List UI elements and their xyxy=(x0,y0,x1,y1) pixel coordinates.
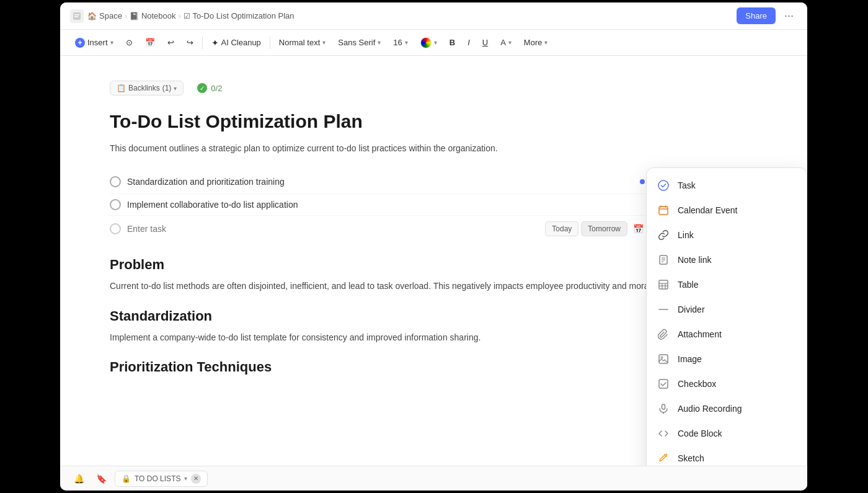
tomorrow-button[interactable]: Tomorrow xyxy=(581,221,627,236)
breadcrumb-notebook[interactable]: 📓 Notebook xyxy=(130,11,176,20)
menu-item-image[interactable]: Image xyxy=(647,347,807,371)
notelink-menu-icon xyxy=(657,253,670,267)
history-button[interactable]: ⊙ xyxy=(121,35,138,50)
menu-item-checkbox[interactable]: Checkbox xyxy=(647,371,807,396)
menu-item-calendar-event[interactable]: Calendar Event xyxy=(647,198,807,223)
menu-checkbox-label: Checkbox xyxy=(678,379,716,389)
menu-calendar-label: Calendar Event xyxy=(678,205,738,215)
highlight-button[interactable]: A ▾ xyxy=(495,35,516,50)
ai-cleanup-button[interactable]: ✦ AI Cleanup xyxy=(206,35,266,50)
menu-item-divider[interactable]: Divider xyxy=(647,297,807,322)
new-task-checkbox[interactable] xyxy=(110,223,121,234)
breadcrumb-space[interactable]: 🏠 Space xyxy=(87,11,122,20)
bold-button[interactable]: B xyxy=(445,35,460,50)
menu-image-label: Image xyxy=(678,354,702,364)
menu-item-note-link[interactable]: Note link xyxy=(647,247,807,272)
task-text-1: Standardization and prioritization train… xyxy=(127,177,634,187)
menu-code-block-label: Code Block xyxy=(678,429,722,438)
progress-button[interactable]: ✓ 0/2 xyxy=(191,81,228,95)
calendar-event-menu-icon xyxy=(657,203,670,217)
top-bar: 🏠 Space › 📓 Notebook › ☑ To-Do List Opti… xyxy=(60,2,807,30)
bell-bottom-icon[interactable]: 🔔 xyxy=(70,470,87,487)
menu-sketch-label: Sketch xyxy=(678,453,704,463)
todo-lock-icon: 🔒 xyxy=(122,474,131,483)
task-checkbox-2[interactable] xyxy=(110,199,121,210)
task-checkbox-1[interactable] xyxy=(110,176,121,187)
svg-rect-2 xyxy=(74,16,78,17)
menu-item-attachment[interactable]: Attachment xyxy=(647,322,807,347)
menu-item-audio-recording[interactable]: Audio Recording xyxy=(647,396,807,421)
top-bar-left: 🏠 Space › 📓 Notebook › ☑ To-Do List Opti… xyxy=(70,9,294,23)
audio-menu-icon xyxy=(657,402,670,415)
calendar-button[interactable]: 📅 xyxy=(140,35,160,50)
bookmark-bottom-icon[interactable]: 🔖 xyxy=(92,470,110,487)
divider-menu-icon xyxy=(657,303,670,316)
top-bar-right: Share ··· xyxy=(737,7,797,25)
breadcrumb: 🏠 Space › 📓 Notebook › ☑ To-Do List Opti… xyxy=(87,11,294,20)
blue-dot-icon xyxy=(640,179,645,184)
svg-rect-18 xyxy=(659,355,668,363)
menu-item-code-block[interactable]: Code Block xyxy=(647,421,807,446)
undo-button[interactable] xyxy=(162,35,179,50)
backlinks-button[interactable]: 📋 Backlinks (1) ▾ xyxy=(110,81,184,95)
svg-rect-4 xyxy=(659,207,668,215)
menu-item-sketch[interactable]: Sketch xyxy=(647,446,807,466)
menu-task-label: Task xyxy=(678,180,696,190)
backlinks-bar: 📋 Backlinks (1) ▾ ✓ 0/2 xyxy=(110,81,758,95)
color-circle-icon xyxy=(420,37,432,48)
check-circle-icon: ✓ xyxy=(197,83,207,93)
calendar-task-icon[interactable]: 📅 xyxy=(630,221,646,237)
font-size-button[interactable]: 16 ▾ xyxy=(388,35,412,50)
svg-rect-1 xyxy=(74,14,79,16)
more-toolbar-button[interactable]: More ▾ xyxy=(519,35,553,50)
insert-plus-icon: + xyxy=(75,38,85,48)
menu-item-link[interactable]: Link xyxy=(647,223,807,247)
menu-item-task[interactable]: Task xyxy=(647,173,807,198)
menu-divider-label: Divider xyxy=(678,304,705,314)
svg-rect-21 xyxy=(662,404,665,409)
toolbar-divider-2 xyxy=(270,37,270,49)
svg-point-19 xyxy=(661,357,663,358)
more-options-button[interactable]: ··· xyxy=(781,7,797,25)
app-icon xyxy=(70,9,84,23)
code-menu-icon xyxy=(657,427,670,440)
share-button[interactable]: Share xyxy=(737,7,776,24)
bottom-bar: 🔔 🔖 🔒 TO DO LISTS ▾ ✕ xyxy=(60,466,807,491)
sketch-menu-icon xyxy=(657,451,670,465)
new-task-input[interactable] xyxy=(127,224,539,234)
italic-button[interactable]: I xyxy=(463,35,475,50)
context-menu: Task Calendar Event Link N xyxy=(646,167,807,466)
page-description: This document outlines a strategic plan … xyxy=(110,141,758,155)
menu-item-table[interactable]: Table xyxy=(647,272,807,297)
svg-rect-20 xyxy=(659,380,668,388)
menu-notelink-label: Note link xyxy=(678,255,711,265)
menu-attachment-label: Attachment xyxy=(678,329,722,339)
color-button[interactable]: ▾ xyxy=(415,35,442,51)
toolbar: + Insert ▾ ⊙ 📅 ✦ AI Cleanup Normal text … xyxy=(60,30,807,56)
checkbox-menu-icon xyxy=(657,377,670,391)
font-button[interactable]: Sans Serif ▾ xyxy=(333,35,386,50)
menu-table-label: Table xyxy=(678,280,698,290)
menu-audio-label: Audio Recording xyxy=(678,404,742,414)
text-style-button[interactable]: Normal text ▾ xyxy=(274,35,330,50)
page-title: To-Do List Optimization Plan xyxy=(110,110,758,133)
today-button[interactable]: Today xyxy=(545,221,578,236)
image-menu-icon xyxy=(657,352,670,366)
attachment-menu-icon xyxy=(657,327,670,341)
redo-icon xyxy=(187,38,193,47)
close-todo-badge-icon[interactable]: ✕ xyxy=(191,474,201,484)
svg-rect-12 xyxy=(659,280,668,289)
redo-button[interactable] xyxy=(182,35,198,50)
toolbar-divider-1 xyxy=(202,37,203,49)
ai-icon: ✦ xyxy=(211,38,219,48)
task-menu-icon xyxy=(657,179,670,192)
insert-button[interactable]: + Insert ▾ xyxy=(70,35,118,50)
underline-button[interactable]: U xyxy=(477,35,493,50)
link-menu-icon xyxy=(657,228,670,242)
table-menu-icon xyxy=(657,278,670,291)
breadcrumb-page[interactable]: ☑ To-Do List Optimization Plan xyxy=(184,11,294,20)
undo-icon xyxy=(167,38,174,47)
svg-point-3 xyxy=(658,180,668,190)
todo-lists-badge[interactable]: 🔒 TO DO LISTS ▾ ✕ xyxy=(115,471,208,487)
menu-link-label: Link xyxy=(678,230,694,240)
